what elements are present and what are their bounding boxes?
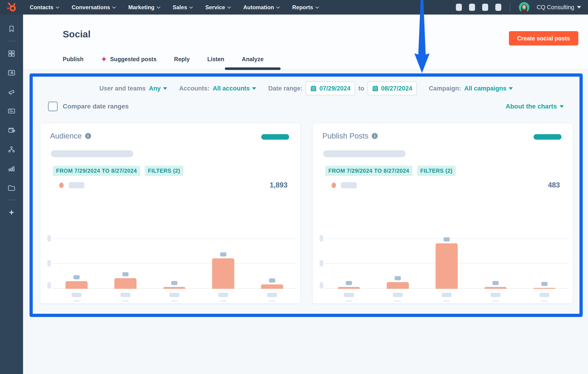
nav-menu-item-contacts[interactable]: Contacts [30,4,58,11]
sidebar-item-newsletter-icon[interactable] [0,101,23,121]
legend-dot [59,183,64,188]
x-axis-label-placeholder [540,293,549,297]
y-axis-tick-placeholder [47,260,51,267]
bar-chart [325,238,569,289]
nav-menu-item-marketing[interactable]: Marketing [128,4,159,11]
tab-listen[interactable]: Listen [207,49,224,69]
bar-slot [248,238,296,289]
chevron-down-icon [252,87,256,90]
report-card-publish-posts: Publish Posts i FROM 7/29/2024 TO 8/27/2… [313,123,573,304]
card-subtitle-placeholder [51,150,133,157]
create-social-posts-button[interactable]: Create social posts [509,31,578,45]
filter-row: User and teams Any Accounts: All account… [33,82,579,95]
sidebar-item-contact-card-icon[interactable] [0,63,23,82]
nav-menu-label: Marketing [128,4,154,11]
date-from-input[interactable]: 07/29/2024 [306,81,355,95]
card-title-text: Publish Posts [322,132,368,140]
tab-reply[interactable]: Reply [174,49,190,69]
sidebar-divider [0,197,23,203]
nav-app-icon-placeholder[interactable] [482,4,488,11]
x-axis-label-placeholder [344,293,354,297]
sidebar-item-bookmark-icon[interactable] [0,19,23,38]
nav-app-icon-placeholder[interactable] [495,4,501,11]
accounts-label: Accounts: [179,85,210,92]
card-title: Publish Posts i [322,132,378,140]
nav-menu-item-automation[interactable]: Automation [243,4,279,11]
grid-icon [7,49,16,58]
x-axis-label-placeholder [442,293,452,297]
info-icon[interactable]: i [85,133,91,139]
nav-menu-item-conversations[interactable]: Conversations [72,4,115,11]
y-axis-tick-placeholder [47,235,51,242]
sidebar-item-megaphone-icon[interactable] [0,82,23,101]
account-menu[interactable]: CQ Consulting [536,4,581,11]
user-teams-dropdown[interactable]: Any [149,85,167,92]
contact-card-icon [7,68,16,77]
card-action-pill[interactable] [534,134,561,140]
tab-publish[interactable]: Publish [63,49,84,69]
chevron-down-icon [509,87,513,90]
filters-badge: FILTERS (2) [145,166,184,176]
top-nav: ContactsConversationsMarketingSalesServi… [0,0,588,15]
info-icon[interactable]: i [372,133,378,139]
x-axis-sublabel-placeholder [541,300,548,302]
bar [387,282,409,289]
sidebar-item-sparkle-icon[interactable] [0,203,23,222]
bar-slot [101,238,150,289]
bar-value-placeholder [541,282,548,286]
avatar[interactable] [519,2,529,13]
sidebar-item-workflow-icon[interactable] [0,140,23,159]
bar-slot [150,238,199,289]
nav-menu-item-reports[interactable]: Reports [292,4,318,11]
sparkle-icon [7,208,16,217]
bar-value-placeholder [493,281,499,285]
compare-date-ranges-checkbox[interactable] [48,102,58,111]
workflow-icon [7,145,16,154]
sidebar-item-wallet-icon[interactable] [0,121,23,140]
nav-app-icon-placeholder[interactable] [469,4,475,11]
hubspot-sprocket-logo[interactable] [6,2,17,13]
megaphone-icon [7,88,16,96]
campaign-dropdown[interactable]: All campaigns [464,85,513,92]
bar [261,285,283,289]
bar-value-placeholder [269,278,275,283]
sparkle-icon: ✦ [101,55,107,63]
bar-value-placeholder [171,281,178,285]
tab-suggested-posts[interactable]: ✦Suggested posts [101,49,157,69]
accounts-dropdown[interactable]: All accounts [213,85,256,92]
calendar-icon [372,85,378,92]
x-axis-sublabel-placeholder [122,300,129,302]
nav-menu-item-service[interactable]: Service [205,4,230,11]
secondary-controls-row: Compare date ranges About the charts [48,101,564,112]
bookmark-icon [7,25,16,33]
sidebar-item-bar-chart-icon[interactable] [0,159,23,178]
newsletter-icon [7,107,16,115]
chart-legend [59,182,84,188]
bar-slots [52,238,296,289]
nav-app-icon-placeholder[interactable] [456,4,462,11]
filter-user-teams: User and teams Any [99,85,167,92]
page-title: Social [63,29,91,40]
about-the-charts-dropdown[interactable]: About the charts [506,103,564,110]
bar-value-placeholder [74,275,80,279]
tab-analyze[interactable]: Analyze [242,49,263,69]
y-axis-tick-placeholder [320,235,323,242]
calendar-icon [310,85,317,92]
chart-legend [332,182,357,188]
report-card-audience: Audience i FROM 7/29/2024 TO 8/27/2024 F… [40,123,300,304]
sidebar-item-grid-icon[interactable] [0,44,23,63]
nav-menu-item-sales[interactable]: Sales [173,4,192,11]
accounts-value: All accounts [213,85,250,92]
card-title: Audience i [50,132,91,140]
filter-date-range: Date range: 07/29/2024 to [268,81,417,95]
nav-menu: ContactsConversationsMarketingSalesServi… [30,4,318,11]
avatar-image [519,2,529,13]
sidebar-item-folder-icon[interactable] [0,178,23,197]
chevron-down-icon [227,5,231,9]
legend-dot [332,183,336,188]
tab-label: Reply [174,56,190,63]
date-to-input[interactable]: 08/27/2024 [368,81,417,95]
bar-slot [52,238,101,289]
card-badges: FROM 7/29/2024 TO 8/27/2024 FILTERS (2) [53,166,183,176]
card-action-pill[interactable] [261,134,289,140]
